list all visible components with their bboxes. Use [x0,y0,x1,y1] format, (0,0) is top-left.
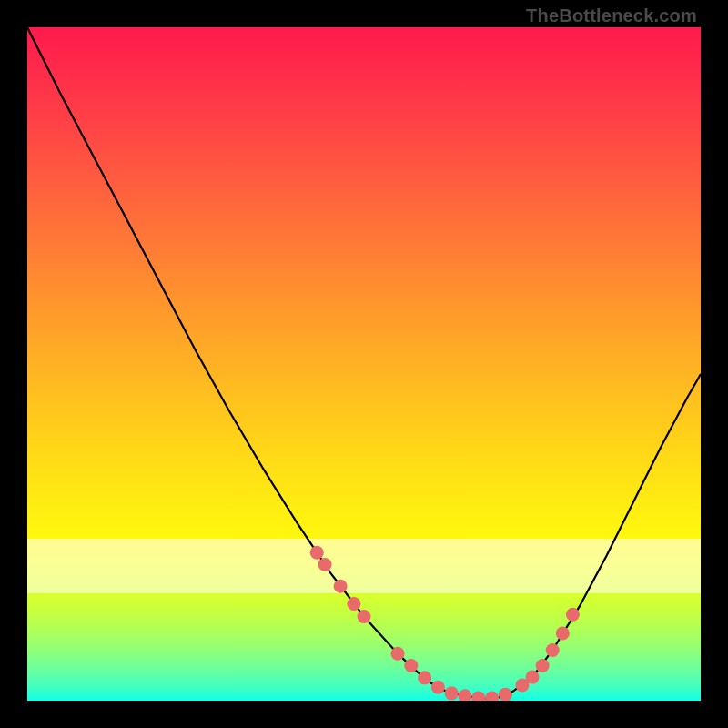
marker-point [347,597,360,611]
marker-point [526,671,540,684]
marker-point [418,671,431,684]
marker-point [566,608,580,622]
marker-point [334,580,348,593]
marker-point [404,659,418,672]
curve-svg [27,27,701,701]
plot-area [27,27,701,701]
bottleneck-curve [27,27,701,699]
marker-point [499,688,512,701]
marker-point [459,689,472,701]
marker-point [556,627,570,641]
chart-frame: TheBottleneck.com [0,0,728,728]
marker-point [546,643,560,657]
marker-group [310,546,580,701]
marker-point [471,692,485,701]
marker-point [485,692,499,701]
watermark-text: TheBottleneck.com [526,5,697,26]
marker-point [536,659,550,672]
marker-point [318,558,332,571]
marker-point [310,546,324,560]
marker-point [445,686,459,700]
marker-point [431,681,445,694]
marker-point [358,610,371,623]
marker-point [391,647,405,661]
